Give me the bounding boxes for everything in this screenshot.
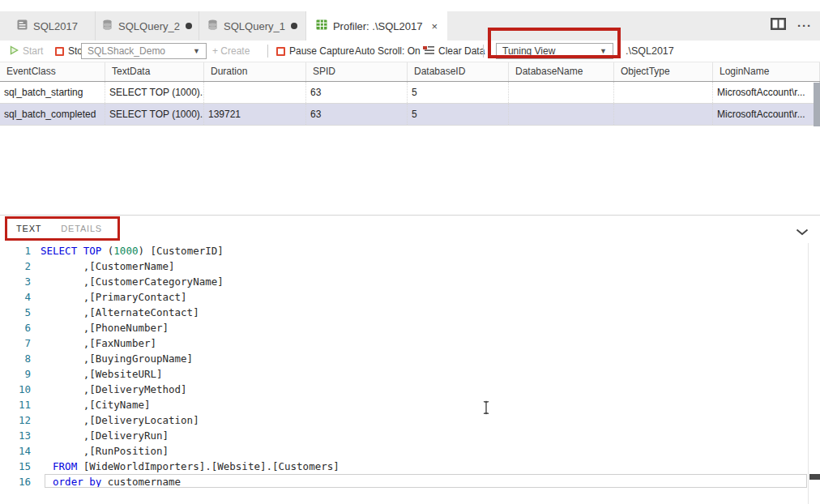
code-text: ,[DeliveryMethod] <box>41 382 187 397</box>
line-number: 12 <box>0 414 32 426</box>
table-cell[interactable]: MicrosoftAccount\r... <box>713 104 820 125</box>
close-icon[interactable]: × <box>431 21 438 32</box>
column-header-databasename[interactable]: DatabaseName <box>509 62 614 81</box>
code-line[interactable]: 11 ,[CityName] <box>0 397 808 412</box>
line-number: 10 <box>0 383 32 395</box>
column-header-textdata[interactable]: TextData <box>105 62 204 81</box>
table-cell[interactable] <box>509 104 614 125</box>
table-cell[interactable]: MicrosoftAccount\r... <box>713 82 820 103</box>
tab-sqlquery-2[interactable]: SQLQuery_2 <box>96 11 199 41</box>
table-cell[interactable]: 63 <box>306 82 408 103</box>
table-cell[interactable]: SELECT TOP (1000)... <box>105 82 204 103</box>
tab-label: Profiler: .\SQL2017 <box>333 20 423 32</box>
table-cell[interactable]: 139721 <box>204 104 306 125</box>
tabbar-actions: ··· <box>771 18 812 33</box>
start-label: Start <box>23 45 43 57</box>
clear-data-label: Clear Data <box>438 45 485 57</box>
code-line[interactable]: 6 ,[PhoneNumber] <box>0 320 808 335</box>
line-number: 1 <box>0 245 32 257</box>
toolbar-divider <box>483 45 484 58</box>
code-text: ,[CustomerCategoryName] <box>41 274 224 289</box>
view-select[interactable]: Tuning View ▼ <box>496 43 613 59</box>
line-number: 15 <box>0 460 32 472</box>
code-line[interactable]: 9 ,[WebsiteURL] <box>0 366 808 382</box>
code-line[interactable]: 1SELECT TOP (1000) [CustomerID] <box>0 243 808 258</box>
auto-scroll-label: Auto Scroll: On <box>355 45 421 57</box>
tab-profiler-sql2017[interactable]: Profiler: .\SQL2017× <box>306 11 447 41</box>
line-number: 6 <box>0 322 32 334</box>
create-button[interactable]: + Create <box>212 41 250 62</box>
column-header-objecttype[interactable]: ObjectType <box>614 62 713 81</box>
column-header-eventclass[interactable]: EventClass <box>0 62 105 81</box>
split-editor-icon[interactable] <box>771 18 786 33</box>
table-row[interactable]: sql_batch_completedSELECT TOP (1000)...1… <box>0 104 820 126</box>
code-text: ,[RunPosition] <box>41 443 169 459</box>
code-text: ,[BuyingGroupName] <box>41 351 193 366</box>
pause-capture-label: Pause Capture <box>289 45 354 57</box>
code-line[interactable]: 14 ,[RunPosition] <box>0 443 808 459</box>
table-cell[interactable]: 63 <box>306 104 408 125</box>
editor-overview-ruler[interactable] <box>808 243 809 504</box>
table-cell[interactable] <box>204 82 306 103</box>
line-number: 2 <box>0 260 32 272</box>
auto-scroll-toggle[interactable]: Auto Scroll: On <box>355 41 421 62</box>
stop-icon <box>55 47 64 56</box>
table-row[interactable]: sql_batch_startingSELECT TOP (1000)...63… <box>0 82 820 104</box>
code-line[interactable]: 4 ,[PrimaryContact] <box>0 289 808 305</box>
table-cell[interactable]: SELECT TOP (1000)... <box>105 104 204 125</box>
code-line[interactable]: 10 ,[DeliveryMethod] <box>0 382 808 397</box>
table-cell[interactable] <box>614 104 713 125</box>
code-line[interactable]: 13 ,[DeliveryRun] <box>0 428 808 443</box>
code-line[interactable]: 12 ,[DeliveryLocation] <box>0 412 808 428</box>
pause-capture-button[interactable]: Pause Capture <box>276 41 354 62</box>
code-text: order by customername <box>41 474 181 489</box>
line-number: 4 <box>0 291 32 303</box>
tab-sqlquery-1[interactable]: SQLQuery_1 <box>199 11 306 41</box>
table-cell[interactable] <box>509 82 614 103</box>
tab-sql2017[interactable]: SQL2017 <box>0 11 96 41</box>
table-cell[interactable]: 5 <box>408 82 509 103</box>
column-header-loginname[interactable]: LoginName <box>713 62 820 81</box>
column-header-databaseid[interactable]: DatabaseID <box>408 62 509 81</box>
line-number: 11 <box>0 399 32 411</box>
line-number: 7 <box>0 337 32 349</box>
column-header-duration[interactable]: Duration <box>204 62 306 81</box>
code-text: ,[CustomerName] <box>41 258 175 274</box>
line-number: 16 <box>0 476 32 488</box>
tab-label: SQL2017 <box>33 20 78 32</box>
code-line[interactable]: 5 ,[AlternateContact] <box>0 305 808 320</box>
code-text: SELECT TOP (1000) [CustomerID] <box>41 243 224 258</box>
code-line[interactable]: 3 ,[CustomerCategoryName] <box>0 274 808 289</box>
code-line[interactable]: 7 ,[FaxNumber] <box>0 335 808 351</box>
code-line[interactable]: 16 order by customername <box>0 474 808 489</box>
chevron-down-icon: ▼ <box>600 47 607 55</box>
panel-tab-text[interactable]: TEXT <box>16 224 41 233</box>
clear-data-button[interactable]: Clear Data <box>423 41 485 62</box>
grid-header-row: EventClassTextDataDurationSPIDDatabaseID… <box>0 62 820 82</box>
code-line[interactable]: 15 FROM [WideWorldImporters].[Website].[… <box>0 459 808 474</box>
code-text: ,[AlternateContact] <box>41 305 199 320</box>
table-cell[interactable]: sql_batch_starting <box>0 82 105 103</box>
start-button[interactable]: Start <box>10 41 43 62</box>
session-select[interactable]: SQLShack_Demo ▼ <box>81 43 207 59</box>
collapse-panel-chevron-icon[interactable] <box>796 224 809 239</box>
code-line[interactable]: 8 ,[BuyingGroupName] <box>0 351 808 366</box>
dirty-indicator-dot <box>291 23 297 29</box>
code-line[interactable]: 2 ,[CustomerName] <box>0 258 808 274</box>
grid-vertical-scrollbar[interactable] <box>814 83 820 126</box>
server-file-icon <box>17 19 28 32</box>
query-text-editor[interactable]: 1SELECT TOP (1000) [CustomerID]2 ,[Custo… <box>0 243 808 489</box>
tab-label: SQLQuery_1 <box>224 20 285 32</box>
panel-tab-details[interactable]: DETAILS <box>61 224 102 233</box>
code-text: ,[FaxNumber] <box>41 335 156 351</box>
annotation-box-text-details: TEXTDETAILS <box>5 216 120 241</box>
table-cell[interactable]: sql_batch_completed <box>0 104 105 125</box>
code-text: ,[DeliveryLocation] <box>41 412 199 428</box>
line-number: 13 <box>0 429 32 442</box>
table-cell[interactable]: 5 <box>408 104 509 125</box>
more-actions-icon[interactable]: ··· <box>797 19 812 32</box>
column-header-spid[interactable]: SPID <box>306 62 408 81</box>
code-text: ,[DeliveryRun] <box>41 428 169 443</box>
table-cell[interactable] <box>614 82 713 103</box>
profiler-toolbar: Start Stop SQLShack_Demo ▼ + Create Paus… <box>0 41 820 62</box>
